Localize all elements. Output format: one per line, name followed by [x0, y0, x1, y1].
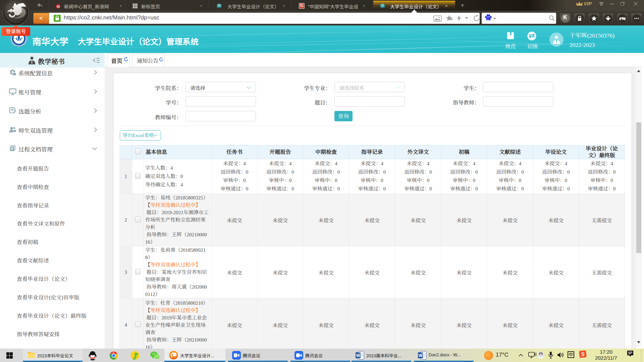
svg-text:du: du [487, 19, 490, 22]
